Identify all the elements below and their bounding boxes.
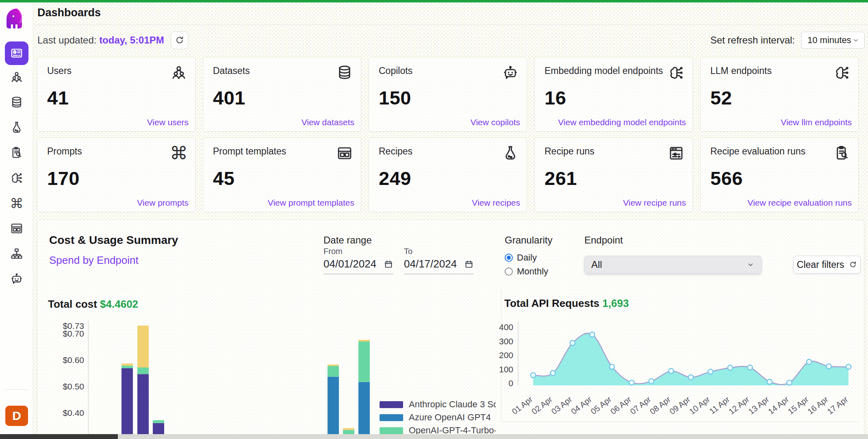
stat-card-users: Users41View users (37, 57, 195, 132)
refresh-interval-label: Set refresh interval: (710, 35, 795, 46)
granularity-radio-monthly[interactable]: Monthly (505, 266, 548, 277)
svg-text:01 Apr: 01 Apr (510, 395, 534, 416)
calendar-icon[interactable] (464, 259, 474, 269)
app-logo-elephant[interactable] (5, 7, 28, 30)
svg-text:15 Apr: 15 Apr (786, 395, 810, 416)
refresh-interval-value: 10 minutes (807, 35, 851, 46)
brain-circuit-icon (833, 64, 851, 82)
robot-icon (10, 272, 24, 286)
flask-icon (10, 121, 24, 135)
stat-card-value: 150 (379, 87, 411, 109)
svg-text:08 Apr: 08 Apr (648, 395, 672, 416)
horizontal-scrollbar-thumb[interactable] (0, 434, 118, 439)
database-icon (10, 96, 24, 109)
stat-cards-row-1: Users41View usersDatasets401View dataset… (37, 57, 866, 132)
stat-card-value: 261 (545, 167, 577, 189)
endpoint-select[interactable]: All (584, 256, 762, 274)
svg-text:$0.40: $0.40 (63, 408, 84, 417)
sidebar-divider (4, 389, 29, 390)
sidebar-item-prompts[interactable]: ⌘ (9, 196, 24, 211)
svg-text:03 Apr: 03 Apr (549, 395, 573, 416)
svg-text:06 Apr: 06 Apr (609, 395, 633, 416)
clipboard-search-icon (833, 144, 851, 162)
stat-card-value: 52 (710, 87, 732, 109)
svg-text:14 Apr: 14 Apr (766, 395, 790, 416)
granularity-radio-daily[interactable]: Daily (505, 252, 537, 263)
stat-card-link[interactable]: View recipe evaluation runs (748, 198, 852, 208)
legend-label: Azure OpenAI GPT4 (409, 412, 491, 423)
stat-card-value: 45 (213, 167, 234, 189)
user-avatar[interactable]: D (5, 406, 28, 426)
sidebar-item-model-endpoints[interactable] (9, 171, 24, 185)
template-icon (10, 222, 24, 235)
date-from-label: From (323, 247, 393, 256)
stat-card-link[interactable]: View datasets (302, 117, 354, 127)
dashboard-icon (10, 46, 24, 60)
stat-card-link[interactable]: View prompts (137, 198, 189, 208)
sidebar-item-prompt-templates[interactable] (9, 221, 24, 236)
sidebar-item-recipes[interactable] (9, 120, 24, 135)
date-from-field[interactable]: From 04/01/2024 (323, 247, 393, 274)
date-range-label: Date range (323, 235, 372, 246)
horizontal-scrollbar-track[interactable] (0, 434, 868, 439)
stat-card-recipe-evaluation-runs: Recipe evaluation runs566View recipe eva… (700, 137, 859, 212)
stat-card-llm-endpoints: LLM endpoints52View llm endpoints (700, 57, 859, 132)
stat-card-link[interactable]: View users (147, 117, 189, 127)
page-title: Dashboards (37, 7, 101, 19)
legend-swatch (380, 401, 403, 408)
sidebar-item-dashboards[interactable] (5, 41, 28, 65)
stat-card-link[interactable]: View embedding model endpoints (558, 117, 686, 127)
svg-text:17 Apr: 17 Apr (825, 395, 849, 416)
last-updated: Last updated: today, 5:01PM (37, 31, 189, 50)
flask-icon (501, 144, 519, 162)
stat-cards-row-2: Prompts⌘170View promptsPrompt templates4… (37, 137, 866, 212)
chevron-down-icon (852, 37, 859, 44)
clear-filters-button[interactable]: Clear filters (793, 256, 861, 274)
date-to-field[interactable]: To 04/17/2024 (404, 247, 474, 274)
total-cost-title: Total cost $4.4602 (48, 298, 138, 311)
recipe-run-icon (667, 144, 685, 162)
command-icon: ⌘ (10, 197, 24, 210)
stat-card-link[interactable]: View recipes (472, 198, 520, 208)
top-accent-bar (0, 0, 868, 2)
stat-card-value: 170 (47, 167, 80, 189)
stat-card-link[interactable]: View copilots (471, 117, 520, 127)
clipboard-search-icon (10, 146, 24, 160)
template-icon (336, 144, 354, 162)
svg-text:100: 100 (499, 365, 513, 374)
radio-selected-icon (505, 254, 513, 262)
refresh-interval-select[interactable]: 10 minutes (801, 32, 865, 49)
sidebar-item-recipe-evaluations[interactable] (9, 146, 24, 160)
stat-card-value: 41 (47, 87, 69, 109)
stat-card-link[interactable]: View prompt templates (268, 198, 354, 208)
sidebar-item-copilots[interactable] (9, 272, 24, 286)
stat-card-title: Datasets (213, 65, 337, 76)
spend-by-endpoint-tab[interactable]: Spend by Endpoint (49, 254, 139, 267)
stat-card-value: 16 (545, 87, 566, 109)
svg-text:13 Apr: 13 Apr (746, 395, 770, 416)
legend-label: Anthropic Claude 3 Son (409, 399, 496, 410)
stat-card-prompts: Prompts⌘170View prompts (37, 137, 195, 212)
total-cost-value: $4.4602 (100, 298, 138, 310)
cost-usage-title: Cost & Usage Summary (49, 234, 178, 247)
calendar-icon[interactable] (384, 259, 393, 269)
sidebar-item-workflows[interactable] (9, 246, 24, 261)
database-icon (336, 64, 354, 82)
stat-card-title: Users (47, 65, 171, 76)
stat-card-value: 249 (379, 167, 411, 189)
svg-text:300: 300 (499, 337, 513, 346)
cost-chart-legend: Anthropic Claude 3 SonAzure OpenAI GPT4O… (380, 398, 496, 437)
date-to-value: 04/17/2024 (404, 258, 457, 270)
stat-card-copilots: Copilots150View copilots (369, 57, 527, 132)
svg-text:05 Apr: 05 Apr (589, 395, 613, 416)
stat-card-link[interactable]: View recipe runs (623, 198, 686, 208)
stat-card-link[interactable]: View llm endpoints (781, 117, 852, 127)
hierarchy-icon (10, 247, 24, 261)
sidebar-item-users[interactable] (9, 70, 24, 85)
stat-card-title: Embedding model endpoints (545, 65, 668, 76)
sidebar-item-datasets[interactable] (9, 95, 24, 110)
stat-card-embedding-model-endpoints: Embedding model endpoints16View embeddin… (534, 57, 693, 132)
date-from-value: 04/01/2024 (323, 258, 376, 270)
sync-icon (849, 261, 857, 269)
refresh-button[interactable] (171, 31, 189, 49)
